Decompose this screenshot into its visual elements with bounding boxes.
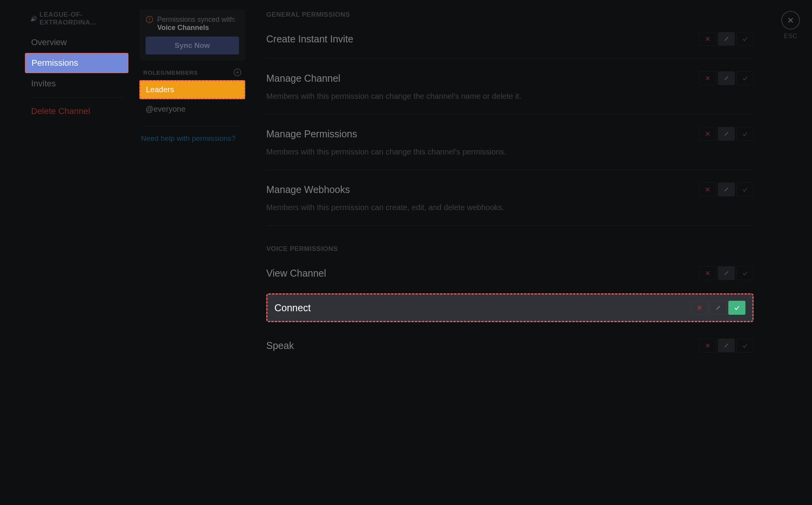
perm-view-channel: View Channel xyxy=(266,261,754,286)
perm-title: Manage Permissions xyxy=(266,128,357,140)
nav-overview[interactable]: Overview xyxy=(25,33,128,52)
svg-line-14 xyxy=(725,188,728,191)
perm-tri-toggle xyxy=(699,32,754,46)
perm-title: Manage Channel xyxy=(266,73,340,84)
plus-icon: + xyxy=(236,69,239,75)
nav-invites-label: Invites xyxy=(31,79,56,88)
perm-allow-button[interactable] xyxy=(736,266,754,280)
role-item-label: @everyone xyxy=(146,105,186,113)
close-button[interactable] xyxy=(781,11,800,30)
perm-allow-button[interactable] xyxy=(736,32,754,46)
perm-manage-permissions: Manage Permissions Members with this per… xyxy=(266,121,754,163)
perm-divider xyxy=(266,58,754,59)
perm-desc: Members with this permission can change … xyxy=(266,91,754,102)
perm-title: Speak xyxy=(266,340,294,351)
settings-sidebar: 🔊 LEAGUE-OF-EXTRAORDINA... Overview Perm… xyxy=(0,0,134,505)
perm-deny-button[interactable] xyxy=(699,127,716,141)
perm-deny-button[interactable] xyxy=(699,266,716,280)
nav-delete-channel[interactable]: Delete Channel xyxy=(25,102,128,121)
perm-speak: Speak xyxy=(266,333,754,358)
svg-line-5 xyxy=(725,37,728,41)
channel-name-header: 🔊 LEAGUE-OF-EXTRAORDINA... xyxy=(0,11,134,32)
perm-manage-webhooks: Manage Webhooks Members with this permis… xyxy=(266,177,754,218)
nav-permissions-label: Permissions xyxy=(32,58,78,68)
close-area: ESC xyxy=(769,0,812,505)
permissions-panel: GENERAL PERMISSIONS Create Instant Invit… xyxy=(251,0,769,505)
perm-deny-button[interactable] xyxy=(699,338,716,352)
perm-tri-toggle xyxy=(699,266,754,280)
perm-desc: Members with this permission can change … xyxy=(266,146,754,157)
perm-tri-toggle xyxy=(699,338,754,352)
add-role-button[interactable]: + xyxy=(234,68,241,76)
nav-invites[interactable]: Invites xyxy=(25,74,128,93)
perm-neutral-button[interactable] xyxy=(718,32,735,46)
nav-permissions[interactable]: Permissions xyxy=(25,53,128,73)
perm-tri-toggle xyxy=(691,301,745,315)
svg-line-20 xyxy=(717,306,720,310)
svg-line-11 xyxy=(725,132,728,136)
sync-line2: Voice Channels xyxy=(157,24,236,32)
perm-divider xyxy=(266,114,754,114)
esc-label: ESC xyxy=(769,33,812,40)
svg-line-8 xyxy=(725,77,728,80)
nav-delete-channel-label: Delete Channel xyxy=(31,106,90,116)
section-heading-voice: VOICE PERMISSIONS xyxy=(266,245,754,253)
perm-connect: Connect xyxy=(266,293,754,322)
sync-now-label: Sync Now xyxy=(175,41,210,49)
perm-tri-toggle xyxy=(699,182,754,196)
perm-manage-channel: Manage Channel Members with this permiss… xyxy=(266,66,754,107)
perm-title: Connect xyxy=(274,302,311,314)
roles-column: Permissions synced with: Voice Channels … xyxy=(134,0,251,505)
svg-point-2 xyxy=(149,21,150,21)
perm-create-instant-invite: Create Instant Invite xyxy=(266,26,754,51)
perm-neutral-button[interactable] xyxy=(718,71,735,85)
roles-header-label: ROLES/MEMBERS xyxy=(143,69,198,76)
svg-line-23 xyxy=(725,344,728,347)
sync-card: Permissions synced with: Voice Channels … xyxy=(139,9,245,61)
perm-neutral-button[interactable] xyxy=(718,338,735,352)
perm-title: View Channel xyxy=(266,268,326,279)
perm-neutral-button[interactable] xyxy=(718,127,735,141)
perm-deny-button[interactable] xyxy=(699,182,716,196)
perm-allow-button[interactable] xyxy=(736,71,754,85)
section-heading-general: GENERAL PERMISSIONS xyxy=(266,11,754,19)
permissions-help-link[interactable]: Need help with permissions? xyxy=(139,134,245,143)
role-item-everyone[interactable]: @everyone xyxy=(139,100,245,118)
sync-now-button[interactable]: Sync Now xyxy=(146,37,239,54)
help-link-text: Need help with permissions? xyxy=(141,134,236,142)
perm-deny-button[interactable] xyxy=(691,301,708,315)
perm-allow-button[interactable] xyxy=(736,127,754,141)
perm-divider xyxy=(266,170,754,170)
perm-tri-toggle xyxy=(699,71,754,85)
sync-line1: Permissions synced with: xyxy=(157,16,236,24)
perm-title: Create Instant Invite xyxy=(266,33,353,45)
perm-allow-button[interactable] xyxy=(736,182,754,196)
perm-neutral-button[interactable] xyxy=(710,301,727,315)
perm-divider xyxy=(266,225,754,226)
perm-allow-button[interactable] xyxy=(736,338,754,352)
perm-title: Manage Webhooks xyxy=(266,184,350,195)
role-item-leaders[interactable]: Leaders xyxy=(139,80,245,99)
perm-neutral-button[interactable] xyxy=(718,266,735,280)
warning-icon xyxy=(146,16,153,25)
perm-allow-button[interactable] xyxy=(728,301,745,315)
nav-divider xyxy=(30,97,125,98)
role-item-label: Leaders xyxy=(146,85,174,94)
perm-desc: Members with this permission can create,… xyxy=(266,202,754,213)
nav-overview-label: Overview xyxy=(31,37,67,47)
close-icon xyxy=(786,16,795,25)
channel-name-text: LEAGUE-OF-EXTRAORDINA... xyxy=(40,11,125,26)
roles-divider xyxy=(143,126,241,126)
speaker-icon: 🔊 xyxy=(30,16,37,22)
perm-neutral-button[interactable] xyxy=(718,182,735,196)
perm-tri-toggle xyxy=(699,127,754,141)
perm-deny-button[interactable] xyxy=(699,32,716,46)
svg-line-17 xyxy=(725,272,728,275)
perm-deny-button[interactable] xyxy=(699,71,716,85)
